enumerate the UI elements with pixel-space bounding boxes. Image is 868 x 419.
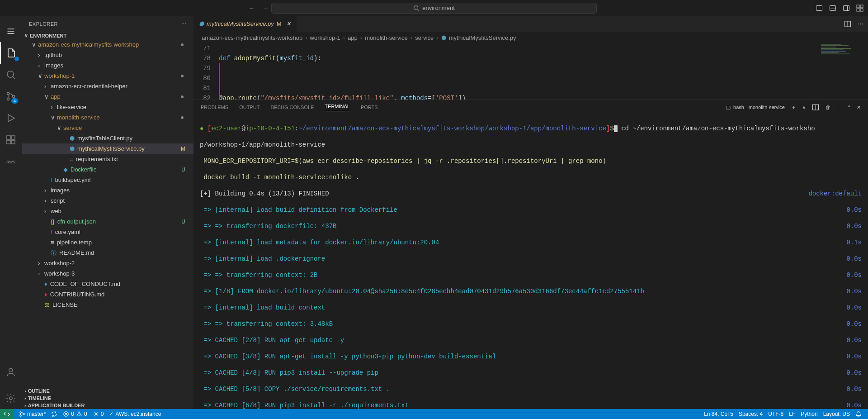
status-sync[interactable]: [48, 411, 60, 417]
nav-back-icon[interactable]: ←: [249, 5, 255, 11]
svg-rect-24: [11, 140, 15, 144]
svg-rect-21: [7, 136, 10, 139]
tree-monolith-service[interactable]: ∨monolith-service: [22, 112, 193, 123]
panel-tab-ports[interactable]: PORTS: [361, 105, 378, 110]
terminal-selector[interactable]: ▢bash - monolith-service: [726, 105, 785, 110]
breadcrumb[interactable]: amazon-ecs-mythicalmysfits-workshop› wor…: [193, 32, 868, 43]
status-position[interactable]: Ln 84, Col 5: [701, 411, 736, 417]
maximize-panel-icon[interactable]: ^: [848, 105, 850, 110]
remote-indicator[interactable]: [0, 409, 14, 419]
tree-root-folder[interactable]: ∨amazon-ecs-mythicalmysfits-workshop: [22, 39, 193, 50]
status-encoding[interactable]: UTF-8: [765, 411, 786, 417]
svg-rect-9: [860, 5, 863, 8]
activity-explorer[interactable]: [0, 42, 22, 64]
activity-accounts[interactable]: [0, 361, 22, 383]
svg-point-25: [9, 368, 13, 372]
nav-forward-icon[interactable]: →: [263, 5, 269, 11]
minimap[interactable]: [818, 43, 868, 100]
scm-badge: 4: [11, 98, 18, 104]
tree-github[interactable]: ›.github: [22, 50, 193, 60]
customize-layout-icon[interactable]: [856, 5, 863, 12]
terminal-dropdown-icon[interactable]: ∨: [802, 105, 806, 110]
panel-tab-terminal[interactable]: TERMINAL: [325, 104, 350, 111]
svg-point-31: [20, 412, 22, 414]
svg-point-26: [9, 397, 12, 400]
tree-script[interactable]: ›script: [22, 195, 193, 206]
panel-tab-problems[interactable]: PROBLEMS: [201, 105, 228, 110]
section-appbuilder[interactable]: ›APPLICATION BUILDER: [22, 402, 193, 409]
tree-license[interactable]: ⚖LICENSE: [22, 300, 193, 310]
activity-aws[interactable]: aws: [0, 151, 22, 172]
tree-mythical-service[interactable]: ⬢mythicalMysfitsService.pyM: [22, 143, 193, 154]
split-editor-icon[interactable]: [844, 20, 851, 28]
split-terminal-icon[interactable]: [812, 104, 819, 111]
tree-like-service[interactable]: ›like-service: [22, 102, 193, 112]
kill-terminal-icon[interactable]: 🗑: [826, 105, 830, 110]
layout-panel-icon[interactable]: [829, 5, 836, 12]
activity-menu[interactable]: [0, 20, 22, 42]
status-language[interactable]: Python: [798, 411, 820, 417]
tree-dockerfile[interactable]: ◆DockerfileU: [22, 164, 193, 175]
editor-tab[interactable]: ⬢ mythicalMysfitsService.py M ✕: [193, 16, 297, 32]
tree-requirements[interactable]: ≡requirements.txt: [22, 154, 193, 164]
svg-rect-23: [7, 140, 10, 144]
svg-rect-22: [11, 136, 15, 139]
explorer-actions-icon[interactable]: ⋯: [181, 21, 187, 27]
python-file-icon: ⬢: [199, 20, 204, 27]
search-text: environment: [422, 5, 455, 11]
tree-workshop2[interactable]: ›workshop-2: [22, 258, 193, 268]
panel-tab-debug[interactable]: DEBUG CONSOLE: [270, 105, 314, 110]
tree-app[interactable]: ∨app: [22, 91, 193, 102]
tree-conduct[interactable]: ♦CODE_OF_CONDUCT.md: [22, 279, 193, 289]
svg-marker-20: [8, 114, 14, 122]
tree-images[interactable]: ›images: [22, 60, 193, 71]
layout-sidebar-left-icon[interactable]: [816, 5, 823, 12]
tree-workshop3[interactable]: ›workshop-3: [22, 268, 193, 279]
tree-service[interactable]: ∨service: [22, 123, 193, 133]
activity-source-control[interactable]: 4: [0, 86, 22, 107]
status-branch[interactable]: master*: [16, 411, 48, 417]
svg-rect-6: [844, 5, 849, 10]
svg-line-16: [13, 76, 15, 79]
tree-mysfits-client[interactable]: ⬢mysfitsTableClient.py: [22, 133, 193, 143]
section-outline[interactable]: ›OUTLINE: [22, 387, 193, 395]
svg-point-19: [13, 95, 15, 98]
section-timeline[interactable]: ›TIMELINE: [22, 395, 193, 402]
tree-ecr-helper[interactable]: ›amazon-ecr-credential-helper: [22, 81, 193, 91]
terminal-content[interactable]: ● [ec2-user@ip-10-0-4-151:~/environment/…: [193, 114, 868, 409]
status-problems[interactable]: 0 0: [60, 411, 90, 417]
tree-readme[interactable]: ⓘREADME.md: [22, 248, 193, 258]
close-panel-icon[interactable]: ✕: [857, 105, 861, 110]
tree-contributing[interactable]: ♦CONTRIBUTING.md: [22, 289, 193, 300]
status-spaces[interactable]: Spaces: 4: [736, 411, 765, 417]
status-notifications-icon[interactable]: [853, 411, 864, 417]
activity-run-debug[interactable]: [0, 107, 22, 129]
activity-extensions[interactable]: [0, 129, 22, 151]
svg-point-39: [95, 413, 97, 415]
tree-workshop1[interactable]: ∨workshop-1: [22, 71, 193, 81]
section-environment[interactable]: ∨ENVIRONMENT: [22, 32, 193, 39]
terminal-more-icon[interactable]: ⋯: [837, 105, 842, 110]
terminal-shell-icon: ▢: [726, 105, 731, 110]
code-editor[interactable]: 71 78 79 80 81 82 def adoptMysfit(mysfit…: [193, 43, 868, 100]
tree-pipeline[interactable]: ≡pipeline.temp: [22, 237, 193, 248]
tree-images2[interactable]: ›images: [22, 185, 193, 195]
status-aws[interactable]: ✓AWS: ec2:instance: [106, 411, 164, 417]
svg-point-32: [20, 415, 22, 417]
svg-rect-10: [857, 9, 859, 11]
command-center-search[interactable]: environment: [271, 3, 597, 14]
editor-more-icon[interactable]: ⋯: [858, 20, 863, 28]
panel-tab-output[interactable]: OUTPUT: [239, 105, 259, 110]
status-ports[interactable]: 0: [90, 411, 107, 417]
tab-close-icon[interactable]: ✕: [286, 20, 291, 27]
activity-search[interactable]: [0, 64, 22, 86]
tree-web[interactable]: ›web: [22, 206, 193, 216]
tree-cfn[interactable]: {}cfn-output.jsonU: [22, 216, 193, 227]
layout-sidebar-right-icon[interactable]: [843, 5, 850, 12]
status-eol[interactable]: LF: [786, 411, 798, 417]
status-layout[interactable]: Layout: US: [821, 411, 853, 417]
new-terminal-icon[interactable]: ＋: [791, 104, 796, 111]
tree-core[interactable]: !core.yaml: [22, 227, 193, 237]
activity-settings[interactable]: [0, 387, 22, 409]
tree-buildspec[interactable]: !buildspec.yml: [22, 175, 193, 185]
